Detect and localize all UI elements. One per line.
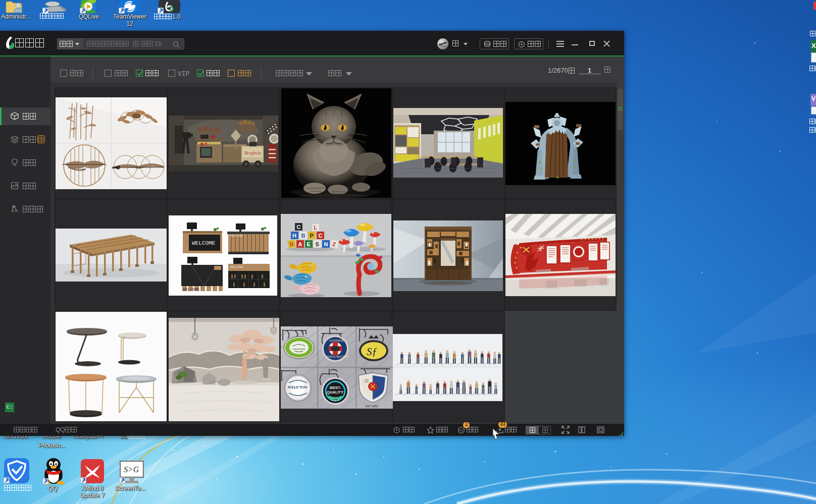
svg-text:WELCOME: WELCOME bbox=[230, 234, 243, 237]
svg-text:-BEST-: -BEST- bbox=[329, 385, 341, 390]
svg-text:HOLSTEN: HOLSTEN bbox=[288, 385, 307, 389]
svg-text:C: C bbox=[319, 233, 323, 239]
svg-text:B: B bbox=[301, 233, 305, 239]
svg-text:H: H bbox=[292, 233, 296, 239]
svg-text:L: L bbox=[314, 225, 317, 231]
svg-text:WELCOME: WELCOME bbox=[183, 287, 200, 292]
svg-text:A: A bbox=[298, 241, 302, 247]
svg-text:QUALITY: QUALITY bbox=[327, 390, 343, 395]
svg-text:N: N bbox=[324, 241, 328, 247]
svg-text:WELCOME: WELCOME bbox=[192, 240, 216, 246]
svg-text:VS: VS bbox=[459, 429, 463, 432]
svg-text:WELCOME: WELCOME bbox=[230, 265, 244, 268]
svg-text:Berghola: Berghola bbox=[244, 150, 262, 155]
svg-text:E: E bbox=[307, 241, 311, 247]
svg-text:GUINNESS: GUINNESS bbox=[329, 339, 344, 342]
svg-text:S: S bbox=[316, 241, 319, 247]
svg-text:Sƒ: Sƒ bbox=[367, 346, 377, 358]
svg-text:C: C bbox=[297, 224, 301, 230]
svg-text:EST·1892: EST·1892 bbox=[366, 405, 378, 408]
svg-text:S>G: S>G bbox=[124, 465, 139, 474]
svg-text:P: P bbox=[310, 233, 314, 239]
svg-text:WORLD RECORDS: WORLD RECORDS bbox=[326, 355, 349, 358]
